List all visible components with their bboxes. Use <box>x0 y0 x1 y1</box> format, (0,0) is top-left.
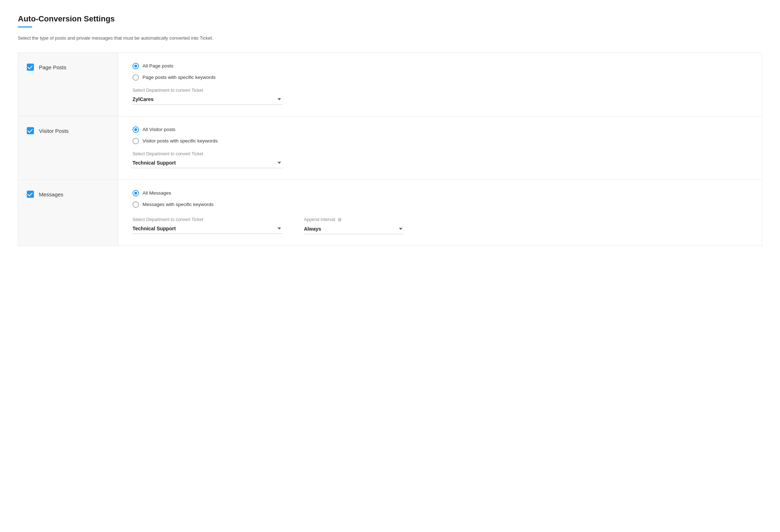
visitor-posts-radio-all-label: All Visitor posts <box>142 127 175 132</box>
messages-checkbox[interactable] <box>27 191 34 198</box>
visitor-posts-radio-all-circle <box>132 126 139 133</box>
page-posts-radio-keywords-circle <box>132 74 139 81</box>
visitor-posts-radio-keywords-circle <box>132 138 139 144</box>
append-interval-select[interactable]: Always <box>304 225 404 234</box>
title-underline <box>18 26 32 27</box>
visitor-posts-label: Visitor Posts <box>39 127 69 134</box>
page-posts-radio-all-label: All Page posts <box>142 63 173 69</box>
messages-radio-keywords[interactable]: Messages with specific keywords <box>132 201 748 208</box>
visitor-posts-radio-keywords-label: Visitor posts with specific keywords <box>142 138 218 144</box>
visitor-posts-dept-select[interactable]: Technical Support <box>132 159 282 168</box>
messages-dept-value: Technical Support <box>132 226 176 231</box>
page-posts-radio-all-circle <box>132 63 139 69</box>
messages-radio-all[interactable]: All Messages <box>132 190 748 196</box>
settings-container: Page Posts All Page posts Page posts wit… <box>18 52 762 246</box>
messages-bottom-row: Select Department to convert Ticket Tech… <box>132 215 748 234</box>
page-description: Select the type of posts and private mes… <box>18 35 762 42</box>
page-posts-dept-select[interactable]: ZylCares <box>132 95 282 105</box>
page-posts-label-col: Page Posts <box>18 53 118 116</box>
visitor-posts-dept-section: Select Department to convert Ticket Tech… <box>132 151 748 168</box>
append-label-row: Append Interval ⚙ <box>304 217 404 222</box>
page-posts-radio-all[interactable]: All Page posts <box>132 63 748 69</box>
visitor-posts-row: Visitor Posts All Visitor posts Visitor … <box>18 116 762 180</box>
messages-radio-group: All Messages Messages with specific keyw… <box>132 190 748 208</box>
messages-dept-chevron <box>278 227 281 230</box>
page-posts-row: Page Posts All Page posts Page posts wit… <box>18 52 762 116</box>
page-posts-radio-keywords-label: Page posts with specific keywords <box>142 75 216 80</box>
messages-row: Messages All Messages Messages with spec… <box>18 180 762 246</box>
visitor-posts-options: All Visitor posts Visitor posts with spe… <box>118 116 762 180</box>
append-interval-value: Always <box>304 226 321 232</box>
append-interval-label: Append Interval <box>304 217 335 222</box>
messages-radio-all-circle <box>132 190 139 196</box>
visitor-posts-dept-value: Technical Support <box>132 160 176 166</box>
messages-options: All Messages Messages with specific keyw… <box>118 180 762 246</box>
page-posts-label: Page Posts <box>39 64 66 70</box>
messages-dept-section: Select Department to convert Ticket Tech… <box>132 217 282 234</box>
visitor-posts-dept-label: Select Department to convert Ticket <box>132 151 748 156</box>
visitor-posts-radio-all[interactable]: All Visitor posts <box>132 126 748 133</box>
messages-radio-keywords-label: Messages with specific keywords <box>142 202 214 207</box>
page-posts-dept-section: Select Department to convert Ticket ZylC… <box>132 88 748 105</box>
messages-label-col: Messages <box>18 180 118 246</box>
page-posts-radio-keywords[interactable]: Page posts with specific keywords <box>132 74 748 81</box>
visitor-posts-checkbox[interactable] <box>27 127 34 134</box>
visitor-posts-radio-group: All Visitor posts Visitor posts with spe… <box>132 126 748 144</box>
messages-radio-all-label: All Messages <box>142 190 171 196</box>
visitor-posts-radio-keywords[interactable]: Visitor posts with specific keywords <box>132 138 748 144</box>
messages-dept-label: Select Department to convert Ticket <box>132 217 282 222</box>
visitor-posts-dept-chevron <box>278 162 281 164</box>
page-posts-radio-group: All Page posts Page posts with specific … <box>132 63 748 81</box>
page-posts-dept-chevron <box>278 98 281 100</box>
gear-icon: ⚙ <box>338 217 342 222</box>
page-posts-options: All Page posts Page posts with specific … <box>118 53 762 116</box>
messages-label: Messages <box>39 191 63 197</box>
page-title: Auto-Conversion Settings <box>18 14 762 24</box>
append-interval-chevron <box>399 228 402 230</box>
messages-dept-select[interactable]: Technical Support <box>132 224 282 234</box>
page-posts-dept-value: ZylCares <box>132 96 154 102</box>
messages-append-section: Append Interval ⚙ Always <box>304 217 404 234</box>
page-posts-dept-label: Select Department to convert Ticket <box>132 88 748 93</box>
page-posts-checkbox[interactable] <box>27 64 34 71</box>
visitor-posts-label-col: Visitor Posts <box>18 116 118 180</box>
messages-radio-keywords-circle <box>132 201 139 208</box>
